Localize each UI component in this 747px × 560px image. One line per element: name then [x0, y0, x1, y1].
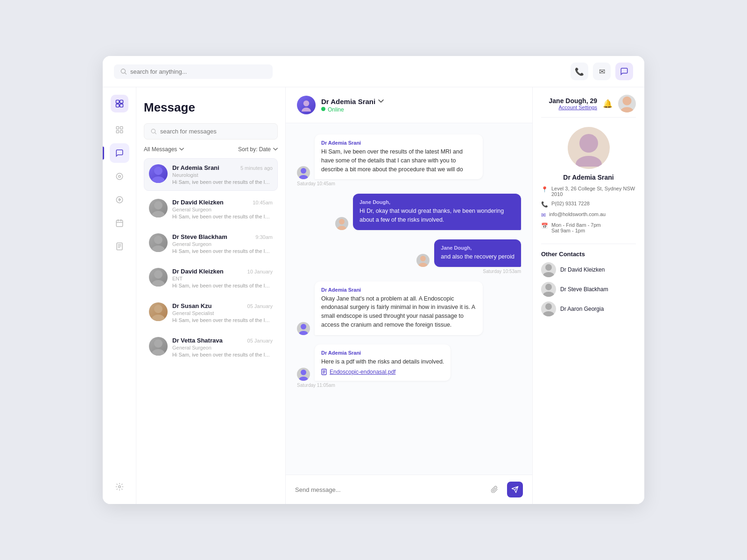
user-name: Jane Dough, 29: [549, 97, 597, 105]
msg-text: Okay Jane that's not a problem at all. A…: [321, 294, 476, 329]
logo-icon: [115, 99, 124, 108]
sidebar-item-tags[interactable]: [110, 167, 129, 186]
search-messages-input[interactable]: [160, 128, 271, 135]
doctor-email: ✉ info@holdsworth.com.au: [541, 211, 636, 218]
svg-point-19: [152, 176, 165, 183]
msg-text: Here is a pdf with the risks and details…: [321, 357, 444, 366]
sort-label: Sort by: Date: [238, 146, 271, 153]
svg-point-43: [623, 97, 632, 105]
sidebar-item-records[interactable]: [110, 237, 129, 256]
svg-point-27: [152, 315, 165, 321]
conv-name: Dr David Kleizken: [172, 268, 224, 275]
svg-point-46: [576, 156, 602, 167]
all-messages-label: All Messages: [144, 146, 177, 153]
all-messages-filter[interactable]: All Messages: [144, 146, 184, 153]
conversation-item[interactable]: Dr Vetta Shatrava 05 January General Sur…: [144, 331, 278, 364]
send-button[interactable]: [507, 482, 523, 497]
svg-line-1: [125, 73, 126, 74]
mail-button[interactable]: ✉: [593, 63, 611, 80]
search-icon: [120, 68, 127, 75]
user-info: Jane Dough, 29 Account Settings: [549, 97, 597, 110]
chat-messages: Dr Ademia Srani Hi Sam, ive been over th…: [286, 123, 532, 475]
email-text: info@holdsworth.com.au: [549, 211, 606, 217]
doctor-avatar-large: [568, 127, 610, 169]
svg-rect-6: [116, 126, 119, 129]
contact-name: Dr Aaron Georgia: [560, 306, 604, 312]
msg-time: Saturday 10:53am: [297, 269, 521, 274]
conversation-item[interactable]: Dr Susan Kzu 05 January General Speciali…: [144, 296, 278, 329]
svg-point-49: [545, 284, 552, 290]
svg-rect-8: [116, 131, 119, 133]
svg-point-45: [579, 134, 598, 153]
sidebar-item-calendar[interactable]: [110, 213, 129, 233]
name-chevron-icon: [378, 98, 384, 104]
sidebar-item-messages[interactable]: [110, 143, 129, 163]
msg-bubble-wrap: Dr Ademia Srani Hi Sam, ive been over th…: [297, 134, 521, 179]
conversation-item[interactable]: Dr David Kleizken 10 January ENT Hi Sam,…: [144, 262, 278, 294]
svg-point-41: [299, 377, 308, 381]
msg-bubble: Dr Ademia Srani Here is a pdf with the r…: [315, 344, 451, 381]
chat-input[interactable]: [295, 486, 482, 493]
contact-item[interactable]: Dr Aaron Georgia: [541, 301, 636, 316]
svg-point-51: [545, 303, 552, 310]
message-group: Jane Dough, and also the recovery peroid…: [297, 239, 521, 274]
conv-preview: Hi Sam, ive been over the results of the…: [172, 283, 273, 288]
contact-item[interactable]: Dr Steve Blackham: [541, 282, 636, 297]
conv-avatar: [149, 337, 168, 356]
svg-point-34: [339, 219, 345, 224]
right-panel: Jane Dough, 29 Account Settings 🔔 Dr Ade…: [532, 87, 644, 504]
msg-sender: Dr Ademia Srani: [321, 350, 444, 356]
sort-chevron-icon: [273, 147, 278, 152]
svg-point-22: [154, 236, 162, 244]
conversation-item[interactable]: Dr David Kleizken 10:45am General Surgeo…: [144, 193, 278, 225]
msg-sender: Jane Dough,: [441, 245, 514, 251]
chat-header-info: Dr Ademia Srani Online: [321, 98, 521, 113]
contact-name: Dr David Kleizken: [560, 266, 605, 273]
chat-input-bar: [286, 475, 532, 504]
svg-rect-7: [120, 126, 122, 129]
doctor-card: Dr Ademia Srani 📍 Level 3, 26 College St…: [541, 118, 636, 244]
content-area: Message All Messages Sort by: Date: [136, 87, 644, 504]
conv-info: Dr Vetta Shatrava 05 January General Sur…: [172, 337, 273, 357]
contact-avatar: [541, 262, 556, 277]
sidebar-item-dashboard[interactable]: [110, 120, 129, 140]
chat-header: Dr Ademia Srani Online: [286, 87, 532, 123]
conv-specialty: General Surgeon: [172, 345, 273, 350]
global-search[interactable]: [114, 64, 273, 79]
conv-info: Dr David Kleizken 10 January ENT Hi Sam,…: [172, 268, 273, 288]
attachment-button[interactable]: [486, 482, 502, 497]
search-messages[interactable]: [144, 123, 278, 140]
sidebar-item-settings[interactable]: [110, 477, 129, 497]
chat-button[interactable]: [615, 63, 633, 80]
sort-filter[interactable]: Sort by: Date: [238, 146, 278, 153]
contact-item[interactable]: Dr David Kleizken: [541, 262, 636, 277]
msg-sender: Dr Ademia Srani: [321, 140, 476, 146]
msg-avatar: [416, 254, 430, 267]
svg-point-24: [154, 270, 162, 279]
messages-panel: Message All Messages Sort by: Date: [136, 87, 286, 504]
conversation-item[interactable]: Dr Steve Blackham 9:30am General Surgeon…: [144, 227, 278, 260]
pdf-attachment[interactable]: Endoscopic-endonasal.pdf: [321, 369, 444, 375]
msg-bubble-wrap: Dr Ademia Srani Here is a pdf with the r…: [297, 344, 521, 381]
msg-sender: Dr Ademia Srani: [321, 287, 476, 293]
msg-sender: Jane Dough,: [359, 199, 514, 205]
other-contacts: Other Contacts Dr David Kleizken Dr Stev…: [541, 251, 636, 321]
svg-point-40: [301, 370, 306, 375]
message-group: Dr Ademia Srani Here is a pdf with the r…: [297, 344, 521, 388]
location-icon: 📍: [541, 186, 548, 193]
notification-button[interactable]: 🔔: [603, 99, 613, 109]
account-settings-link[interactable]: Account Settings: [549, 105, 597, 110]
global-search-input[interactable]: [130, 68, 266, 75]
msg-bubble: Dr Ademia Srani Okay Jane that's not a p…: [315, 281, 483, 335]
conv-time: 10 January: [247, 269, 273, 274]
phone-button[interactable]: 📞: [571, 63, 588, 80]
svg-point-35: [337, 226, 346, 230]
svg-point-48: [543, 272, 554, 277]
msg-avatar: [297, 166, 310, 179]
sidebar-item-billing[interactable]: [110, 190, 129, 210]
msg-text: Hi Dr, okay that would great thanks, ive…: [359, 207, 514, 224]
hours-icon: 📅: [541, 223, 548, 229]
svg-rect-13: [116, 220, 123, 227]
msg-bubble: Jane Dough, Hi Dr, okay that would great…: [353, 194, 521, 230]
conversation-item[interactable]: Dr Ademia Srani 5 minutes ago Neurologis…: [144, 158, 278, 191]
